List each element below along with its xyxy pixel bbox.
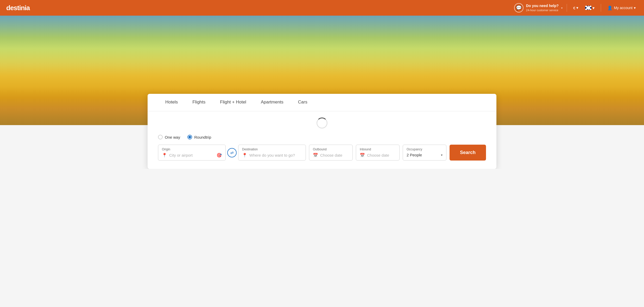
occupancy-row: 2 People ▾ (407, 153, 443, 157)
help-text: Do you need help? 24-hour customer servi… (526, 4, 559, 12)
account-button[interactable]: 👤 My account ▾ (605, 4, 638, 11)
inbound-value[interactable]: Choose date (367, 153, 389, 157)
destination-input-row: 📍 (242, 153, 302, 158)
help-chevron-icon: ▾ (561, 7, 563, 9)
tab-hotels[interactable]: Hotels (158, 94, 185, 111)
tab-flight-hotel[interactable]: Flight + Hotel (213, 94, 254, 111)
outbound-input-row: 📅 Choose date (313, 153, 349, 158)
search-fields: Origin 📍 🎯 ⇄ Destination 📍 Outbound (148, 145, 496, 161)
swap-button[interactable]: ⇄ (227, 148, 237, 157)
search-button[interactable]: Search (450, 145, 486, 161)
occupancy-value: 2 People (407, 153, 422, 157)
account-label: My account (614, 6, 633, 10)
logo[interactable]: Destinia (6, 4, 30, 12)
roundtrip-label: Roundtrip (194, 135, 211, 139)
occupancy-field[interactable]: Occupancy 2 People ▾ (403, 145, 446, 161)
occupancy-chevron-icon: ▾ (441, 153, 443, 157)
destination-input[interactable] (249, 153, 302, 157)
language-selector[interactable]: ▾ (583, 4, 597, 11)
account-icon: 👤 (607, 5, 613, 10)
tab-flights[interactable]: Flights (185, 94, 213, 111)
location-pin-icon: 📍 (162, 153, 167, 158)
tabs-nav: Hotels Flights Flight + Hotel Apartments… (148, 94, 496, 111)
inbound-input-row: 📅 Choose date (360, 153, 396, 158)
calendar-inbound-icon: 📅 (360, 153, 365, 158)
search-box: Hotels Flights Flight + Hotel Apartments… (148, 94, 496, 169)
outbound-label: Outbound (313, 148, 349, 151)
tab-apartments[interactable]: Apartments (254, 94, 291, 111)
one-way-radio[interactable] (158, 135, 163, 139)
flag-icon (585, 6, 591, 10)
roundtrip-option[interactable]: Roundtrip (187, 135, 211, 139)
header-divider-1 (567, 4, 567, 12)
roundtrip-radio[interactable] (187, 135, 192, 139)
destination-label: Destination (242, 148, 302, 151)
destination-pin-icon: 📍 (242, 153, 247, 158)
search-container: Hotels Flights Flight + Hotel Apartments… (137, 94, 507, 169)
header-right: 💬 Do you need help? 24-hour customer ser… (514, 3, 638, 13)
destination-field: Destination 📍 (238, 145, 306, 161)
location-target-icon[interactable]: 🎯 (217, 153, 222, 158)
occupancy-label: Occupancy (407, 148, 443, 151)
language-chevron-icon: ▾ (592, 5, 595, 10)
origin-input-row: 📍 🎯 (162, 153, 222, 158)
inbound-label: Inbound (360, 148, 396, 151)
trip-type-selector: One way Roundtrip (148, 131, 496, 145)
origin-field: Origin 📍 🎯 (158, 145, 226, 161)
loading-indicator (148, 111, 496, 131)
help-icon: 💬 (514, 3, 523, 13)
outbound-value[interactable]: Choose date (320, 153, 342, 157)
one-way-label: One way (165, 135, 180, 139)
help-button[interactable]: 💬 Do you need help? 24-hour customer ser… (514, 3, 563, 13)
calendar-outbound-icon: 📅 (313, 153, 318, 158)
spinner-icon (317, 118, 327, 128)
origin-input[interactable] (169, 153, 214, 157)
currency-selector[interactable]: € ▾ (571, 4, 580, 11)
account-chevron-icon: ▾ (634, 6, 636, 10)
origin-label: Origin (162, 148, 222, 151)
tab-cars[interactable]: Cars (291, 94, 315, 111)
one-way-option[interactable]: One way (158, 135, 180, 139)
currency-chevron-icon: ▾ (576, 5, 578, 10)
inbound-field[interactable]: Inbound 📅 Choose date (356, 145, 400, 161)
header-divider-2 (601, 4, 601, 12)
currency-symbol: € (573, 6, 575, 10)
outbound-field[interactable]: Outbound 📅 Choose date (309, 145, 353, 161)
header: Destinia 💬 Do you need help? 24-hour cus… (0, 0, 644, 16)
